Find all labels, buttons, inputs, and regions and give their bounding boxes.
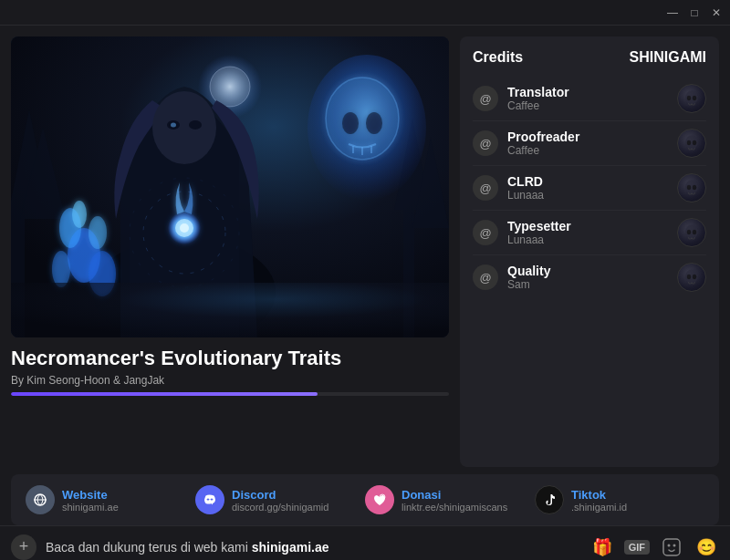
svg-point-37 (687, 140, 691, 146)
progress-fill (11, 392, 318, 396)
cover-panel: Necromancer's Evolutionary Traits By Kim… (11, 36, 449, 467)
credit-row: @ Proofreader Caffee (473, 121, 706, 166)
at-icon: @ (473, 175, 498, 201)
credit-name: Caffee (507, 144, 677, 157)
credit-row: @ CLRD Lunaaa (473, 166, 706, 211)
svg-point-34 (687, 96, 691, 101)
credit-avatar (677, 173, 706, 202)
svg-point-26 (52, 251, 70, 287)
tiktok-icon (535, 485, 564, 514)
svg-point-2 (210, 67, 250, 107)
credit-text: Translator Caffee (507, 85, 677, 112)
credit-avatar (677, 129, 706, 158)
at-icon: @ (473, 130, 498, 156)
social-item-tiktok[interactable]: Tiktok .shinigami.id (535, 485, 704, 514)
credit-name: Lunaaa (507, 233, 677, 246)
discord-url: discord.gg/shinigamid (232, 502, 328, 513)
svg-rect-32 (11, 283, 449, 337)
social-item-discord[interactable]: Discord discord.gg/shinigamid (195, 485, 365, 514)
at-icon: @ (473, 86, 498, 111)
credit-text: Proofreader Caffee (507, 130, 677, 157)
svg-point-12 (366, 112, 382, 134)
credits-header: Credits SHINIGAMI (473, 49, 706, 66)
social-item-website[interactable]: Website shinigami.ae (26, 485, 195, 514)
svg-point-41 (693, 185, 696, 191)
tiktok-label: Tiktok (571, 488, 627, 502)
maximize-button[interactable]: □ (688, 6, 701, 19)
credits-label: Credits (473, 49, 523, 66)
svg-point-20 (171, 123, 176, 128)
main-area: Necromancer's Evolutionary Traits By Kim… (0, 26, 730, 467)
credits-panel: Credits SHINIGAMI @ Translator Caffee @ … (460, 36, 719, 467)
gift-icon[interactable]: 🎁 (589, 534, 615, 560)
credit-text: Typesetter Lunaaa (507, 219, 677, 246)
credit-role: CLRD (507, 174, 677, 189)
credit-row: @ Typesetter Lunaaa (473, 211, 706, 255)
progress-bar (11, 392, 449, 396)
svg-point-35 (693, 96, 696, 101)
credit-role: Proofreader (507, 130, 677, 144)
bottom-message-highlight: shinigami.ae (252, 540, 329, 555)
credits-brand: SHINIGAMI (630, 49, 706, 66)
credit-role: Typesetter (507, 219, 677, 233)
credit-avatar (677, 263, 706, 292)
credit-text: CLRD Lunaaa (507, 174, 677, 202)
close-button[interactable]: ✕ (710, 6, 723, 19)
svg-point-53 (673, 544, 676, 546)
sticker-icon[interactable] (659, 534, 684, 560)
at-icon: @ (473, 220, 498, 245)
svg-rect-51 (663, 539, 680, 555)
website-icon (26, 485, 55, 514)
svg-point-46 (687, 275, 691, 280)
credit-role: Translator (507, 85, 677, 99)
svg-point-44 (693, 230, 696, 235)
manga-title: Necromancer's Evolutionary Traits (11, 347, 449, 370)
svg-point-17 (152, 91, 216, 164)
credit-name: Lunaaa (507, 189, 677, 202)
credit-row: @ Quality Sam (473, 255, 706, 299)
titlebar: — □ ✕ (0, 0, 730, 26)
svg-point-43 (687, 230, 691, 235)
manga-author: By Kim Seong-Hoon & JangJak (11, 374, 449, 387)
website-label: Website (62, 488, 119, 502)
svg-point-23 (89, 216, 107, 249)
add-button[interactable]: + (11, 534, 36, 560)
bottom-message: Baca dan dukung terus di web kami shinig… (46, 540, 580, 555)
svg-point-11 (342, 112, 359, 134)
discord-label: Discord (232, 488, 328, 502)
donasi-icon: + (365, 485, 394, 514)
credit-avatar (677, 218, 706, 247)
credit-name: Caffee (507, 99, 677, 112)
svg-point-40 (687, 185, 691, 191)
svg-point-24 (72, 201, 87, 228)
bottom-actions: 🎁 GIF 😊 (589, 534, 719, 560)
svg-point-47 (693, 275, 696, 280)
social-items: Website shinigami.ae Discord discord.gg/… (26, 485, 704, 514)
credit-avatar (677, 84, 706, 113)
gif-button[interactable]: GIF (624, 540, 650, 555)
tiktok-url: .shinigami.id (571, 502, 627, 513)
manga-cover-image (11, 36, 449, 337)
svg-point-19 (189, 120, 202, 130)
svg-point-29 (180, 223, 189, 233)
credit-text: Quality Sam (507, 264, 677, 291)
bottom-message-prefix: Baca dan dukung terus di web kami (46, 540, 252, 555)
donasi-label: Donasi (402, 488, 507, 502)
bottom-bar: + Baca dan dukung terus di web kami shin… (0, 525, 730, 560)
cover-info: Necromancer's Evolutionary Traits By Kim… (11, 347, 449, 396)
credit-rows: @ Translator Caffee @ Proofreader Caffee (473, 77, 706, 299)
at-icon: @ (473, 264, 498, 290)
minimize-button[interactable]: — (666, 6, 679, 19)
social-item-donasi[interactable]: + Donasi linktr.ee/shinigamiscans (365, 485, 535, 514)
website-url: shinigami.ae (62, 502, 119, 513)
discord-icon (195, 485, 224, 514)
donasi-url: linktr.ee/shinigamiscans (402, 502, 507, 513)
credit-name: Sam (507, 278, 677, 291)
credit-role: Quality (507, 264, 677, 278)
credit-row: @ Translator Caffee (473, 77, 706, 121)
social-bar: Website shinigami.ae Discord discord.gg/… (11, 474, 719, 525)
svg-point-38 (693, 140, 696, 146)
svg-point-52 (668, 544, 671, 546)
emoji-icon[interactable]: 😊 (694, 534, 719, 560)
